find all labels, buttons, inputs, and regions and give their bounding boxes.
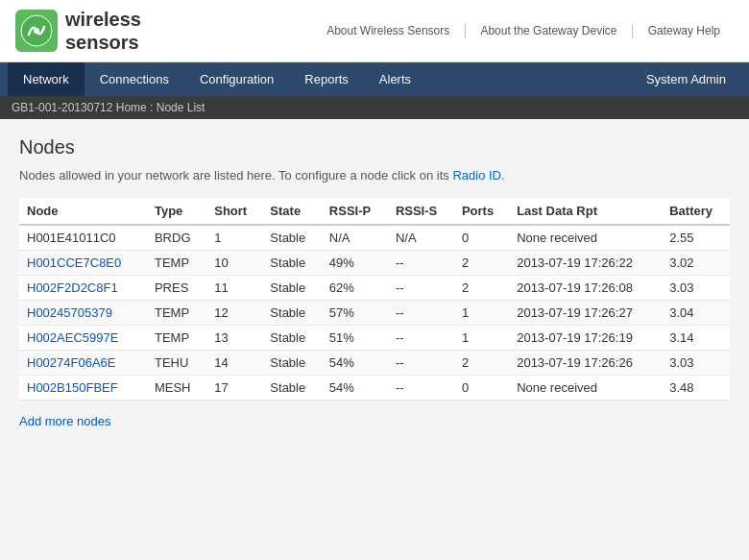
table-row: H002F2D2C8F1PRES11Stable62%--22013-07-19… [19,276,730,301]
ports-cell: 0 [454,225,509,251]
logo-icon [15,10,58,52]
col-type: Type [147,198,206,225]
node-id-link[interactable]: H00245705379 [27,305,112,320]
type-cell: TEMP [147,301,206,326]
ports-cell: 1 [454,301,509,326]
col-battery: Battery [662,198,730,225]
rssi-p-cell: 62% [322,276,388,301]
type-cell: PRES [147,276,206,301]
ports-cell: 0 [454,376,509,401]
col-last-data: Last Data Rpt [509,198,662,225]
state-cell: Stable [262,276,322,301]
node-cell: H002F2D2C8F1 [19,276,147,301]
rssi-p-cell: 54% [322,351,388,376]
radio-id-link[interactable]: Radio ID [452,168,501,183]
type-cell: TEMP [147,251,206,276]
col-node: Node [19,198,147,225]
table-row: H002B150FBEFMESH17Stable54%--0None recei… [19,376,730,401]
rssi-s-cell: -- [388,276,454,301]
battery-cell: 3.14 [662,326,730,351]
rssi-s-cell: -- [388,251,454,276]
node-cell: H001E41011C0 [19,225,147,251]
state-cell: Stable [262,225,322,251]
short-cell: 14 [206,351,262,376]
state-cell: Stable [262,376,322,401]
breadcrumb: GB1-001-20130712 Home : Node List [0,96,749,119]
ports-cell: 1 [454,326,509,351]
last-data-cell: None received [509,376,662,401]
rssi-p-cell: 51% [322,326,388,351]
node-cell: H002B150FBEF [19,376,147,401]
svg-point-1 [34,28,39,34]
node-id-link[interactable]: H002B150FBEF [27,380,118,395]
about-wireless-link[interactable]: About Wireless Sensors [313,24,463,37]
nav-item-system-admin[interactable]: System Admin [631,62,741,96]
last-data-cell: 2013-07-19 17:26:22 [509,251,662,276]
col-ports: Ports [454,198,509,225]
node-id-link[interactable]: H002F2D2C8F1 [27,280,118,295]
type-cell: TEMP [147,326,206,351]
nav-item-configuration[interactable]: Configuration [184,62,289,96]
node-cell: H00274F06A6E [19,351,147,376]
add-nodes-link[interactable]: Add more nodes [19,414,110,428]
page-description: Nodes allowed in your network are listed… [19,168,730,183]
node-cell: H00245705379 [19,301,147,326]
col-rssi-s: RSSI-S [388,198,454,225]
short-cell: 11 [206,276,262,301]
short-cell: 13 [206,326,262,351]
node-id-link[interactable]: H00274F06A6E [27,355,116,370]
table-body: H001E41011C0BRDG1StableN/AN/A0None recei… [19,225,730,401]
nodes-table: Node Type Short State RSSI-P RSSI-S Port… [19,198,730,401]
node-id-link[interactable]: H001CCE7C8E0 [27,256,121,270]
short-cell: 10 [206,251,262,276]
gateway-help-link[interactable]: Gateway Help [635,24,734,37]
col-state: State [262,198,322,225]
nav-item-alerts[interactable]: Alerts [364,62,426,96]
rssi-s-cell: -- [388,376,454,401]
last-data-cell: 2013-07-19 17:26:26 [509,351,662,376]
logo-text: wireless sensors [65,8,141,54]
last-data-cell: None received [509,225,662,251]
short-cell: 12 [206,301,262,326]
nav-item-reports[interactable]: Reports [289,62,364,96]
nav-item-network[interactable]: Network [8,62,85,96]
rssi-s-cell: N/A [388,225,454,251]
battery-cell: 3.48 [662,376,730,401]
state-cell: Stable [262,351,322,376]
col-rssi-p: RSSI-P [322,198,388,225]
col-short: Short [206,198,262,225]
nav-bar: Network Connections Configuration Report… [0,62,749,96]
ports-cell: 2 [454,276,509,301]
type-cell: TEHU [147,351,206,376]
header: wireless sensors About Wireless Sensors … [0,0,749,62]
table-row: H00274F06A6ETEHU14Stable54%--22013-07-19… [19,351,730,376]
table-row: H001CCE7C8E0TEMP10Stable49%--22013-07-19… [19,251,730,276]
table-header: Node Type Short State RSSI-P RSSI-S Port… [19,198,730,225]
rssi-p-cell: N/A [322,225,388,251]
page-title: Nodes [19,136,730,158]
nav-item-connections[interactable]: Connections [85,62,184,96]
rssi-p-cell: 57% [322,301,388,326]
table-row: H002AEC5997ETEMP13Stable51%--12013-07-19… [19,326,730,351]
state-cell: Stable [262,251,322,276]
about-gateway-link[interactable]: About the Gateway Device [467,24,630,37]
short-cell: 17 [206,376,262,401]
last-data-cell: 2013-07-19 17:26:27 [509,301,662,326]
node-id-link[interactable]: H002AEC5997E [27,330,118,345]
rssi-s-cell: -- [388,351,454,376]
logo-area: wireless sensors [15,8,141,54]
table-row: H00245705379TEMP12Stable57%--12013-07-19… [19,301,730,326]
type-cell: MESH [147,376,206,401]
last-data-cell: 2013-07-19 17:26:19 [509,326,662,351]
table-row: H001E41011C0BRDG1StableN/AN/A0None recei… [19,225,730,251]
rssi-s-cell: -- [388,301,454,326]
rssi-s-cell: -- [388,326,454,351]
battery-cell: 2.55 [662,225,730,251]
ports-cell: 2 [454,251,509,276]
short-cell: 1 [206,225,262,251]
battery-cell: 3.03 [662,276,730,301]
header-links: About Wireless Sensors | About the Gatew… [313,22,734,39]
type-cell: BRDG [147,225,206,251]
state-cell: Stable [262,326,322,351]
battery-cell: 3.03 [662,351,730,376]
